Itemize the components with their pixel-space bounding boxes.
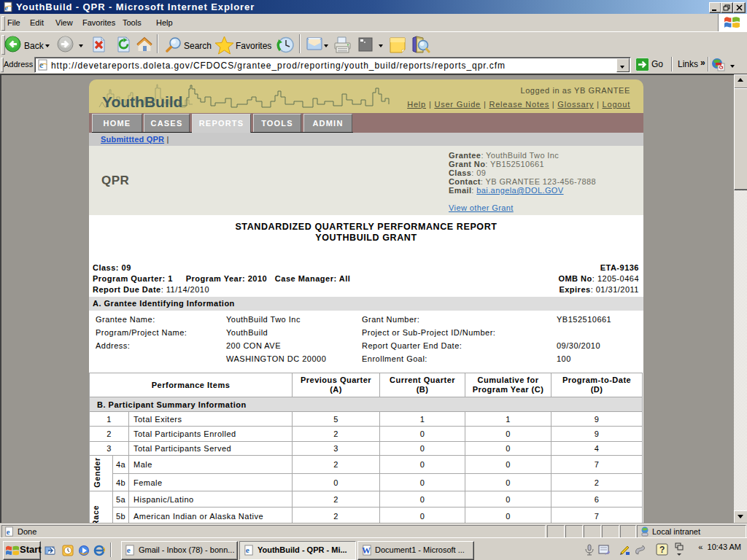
svg-text:?: ? xyxy=(659,545,665,555)
svg-text:e: e xyxy=(246,545,249,554)
svg-text:e: e xyxy=(39,60,44,70)
svg-text:e: e xyxy=(127,545,131,554)
svg-text:W: W xyxy=(362,545,371,556)
svg-text:e: e xyxy=(7,528,10,536)
